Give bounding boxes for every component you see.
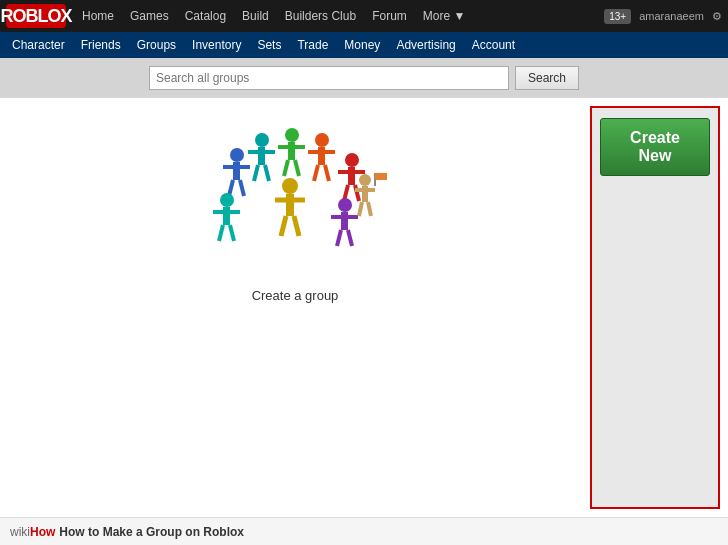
svg-line-43	[359, 202, 362, 216]
svg-line-4	[294, 216, 299, 236]
svg-line-19	[295, 160, 299, 176]
group-illustration	[185, 118, 405, 288]
nav-build[interactable]: Build	[234, 0, 277, 32]
sec-nav-trade[interactable]: Trade	[289, 32, 336, 58]
wikihow-footer: wikiHow How to Make a Group on Roblox	[0, 517, 728, 545]
gear-icon[interactable]: ⚙	[712, 10, 722, 23]
svg-point-35	[220, 193, 234, 207]
svg-line-34	[348, 230, 352, 246]
sec-nav-friends[interactable]: Friends	[73, 32, 129, 58]
sec-nav-money[interactable]: Money	[336, 32, 388, 58]
svg-point-10	[255, 133, 269, 147]
create-group-label: Create a group	[252, 288, 339, 303]
svg-line-38	[219, 225, 223, 241]
svg-line-18	[284, 160, 288, 176]
sec-nav-inventory[interactable]: Inventory	[184, 32, 249, 58]
svg-rect-21	[318, 147, 325, 165]
svg-point-0	[282, 178, 298, 194]
nav-builders-club[interactable]: Builders Club	[277, 0, 364, 32]
svg-rect-36	[223, 207, 230, 225]
nav-home[interactable]: Home	[74, 0, 122, 32]
svg-line-44	[368, 202, 371, 216]
age-badge: 13+	[604, 9, 631, 24]
content-area: Create a group	[0, 98, 590, 517]
svg-point-20	[315, 133, 329, 147]
svg-rect-26	[348, 167, 355, 185]
nav-forum[interactable]: Forum	[364, 0, 415, 32]
search-bar: Search	[0, 58, 728, 98]
sec-nav-account[interactable]: Account	[464, 32, 523, 58]
top-navigation: ROBLOX Home Games Catalog Build Builders…	[0, 0, 728, 32]
svg-point-40	[359, 174, 371, 186]
wikihow-title: How to Make a Group on Roblox	[59, 525, 244, 539]
search-button[interactable]: Search	[515, 66, 579, 90]
nav-catalog[interactable]: Catalog	[177, 0, 234, 32]
create-new-button[interactable]: Create New	[600, 118, 710, 176]
svg-line-39	[230, 225, 234, 241]
svg-line-29	[355, 185, 359, 201]
sec-nav-groups[interactable]: Groups	[129, 32, 184, 58]
secondary-navigation: Character Friends Groups Inventory Sets …	[0, 32, 728, 58]
svg-rect-31	[341, 212, 348, 230]
sec-nav-advertising[interactable]: Advertising	[388, 32, 463, 58]
nav-more[interactable]: More ▼	[415, 0, 474, 32]
svg-point-30	[338, 198, 352, 212]
svg-rect-46	[375, 173, 387, 180]
svg-rect-11	[258, 147, 265, 165]
roblox-logo: ROBLOX	[6, 4, 66, 28]
svg-line-24	[325, 165, 329, 181]
svg-line-33	[337, 230, 341, 246]
username: amaranaeem	[639, 10, 704, 22]
svg-point-5	[230, 148, 244, 162]
wikihow-logo: wikiHow	[10, 525, 55, 539]
main-content: Create a group Create New	[0, 98, 728, 517]
right-sidebar: Create New	[590, 106, 720, 509]
svg-rect-16	[288, 142, 295, 160]
nav-games[interactable]: Games	[122, 0, 177, 32]
svg-line-3	[281, 216, 286, 236]
svg-rect-6	[233, 162, 240, 180]
svg-point-25	[345, 153, 359, 167]
sec-nav-sets[interactable]: Sets	[249, 32, 289, 58]
sec-nav-character[interactable]: Character	[4, 32, 73, 58]
svg-point-15	[285, 128, 299, 142]
svg-line-14	[265, 165, 269, 181]
search-input[interactable]	[149, 66, 509, 90]
svg-line-23	[314, 165, 318, 181]
svg-line-13	[254, 165, 258, 181]
svg-line-9	[240, 180, 244, 196]
top-nav-right: 13+ amaranaeem ⚙	[604, 9, 722, 24]
svg-rect-1	[286, 194, 294, 216]
